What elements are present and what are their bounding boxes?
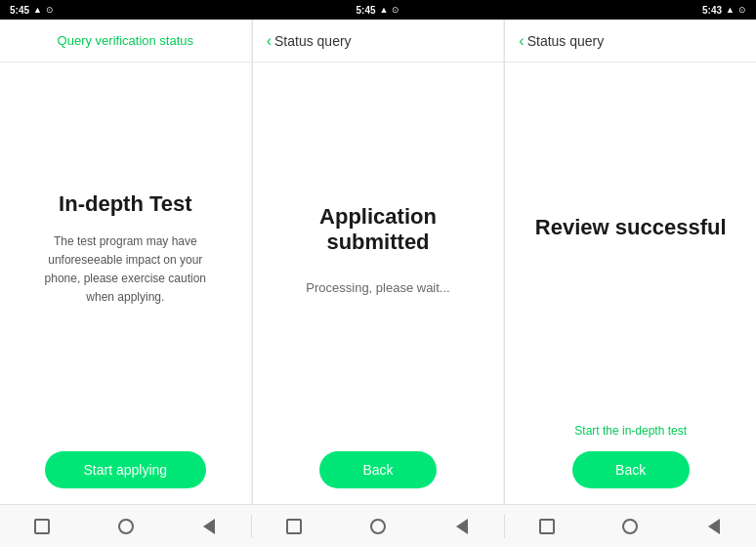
signal-icon-right: ▲ (726, 5, 735, 15)
panel-2-header-title: Status query (274, 33, 352, 49)
status-bar-left: 5:45 ▲ ⊙ (10, 2, 54, 18)
wifi-icon-center: ⊙ (392, 5, 399, 15)
panel-1-description: The test program may have unforeseeable … (37, 232, 213, 308)
chevron-left-icon-2: ‹ (267, 33, 272, 49)
status-bar: 5:45 ▲ ⊙ 5:45 ▲ ⊙ 5:43 ▲ ⊙ (0, 0, 756, 20)
panel-2-body: Application submitted Processing, please… (253, 63, 504, 436)
chevron-left-icon-3: ‹ (519, 33, 524, 49)
wifi-icon-left: ⊙ (46, 5, 54, 15)
start-indepth-test-link[interactable]: Start the in-depth test (574, 424, 687, 438)
signal-icon-left: ▲ (33, 5, 42, 15)
panel-review-successful: ‹ Status query Review successful Start t… (504, 20, 756, 504)
panel-2-subtitle: Processing, please wait... (306, 280, 449, 295)
panel-2-footer: Back (253, 436, 504, 504)
panel-1-header: Query verification status (0, 20, 251, 63)
panel-1-title: In-depth Test (59, 191, 191, 217)
panel-3-footer: Start the in-depth test Back (505, 408, 756, 504)
square-shape-2 (286, 519, 302, 534)
time-right: 5:43 (702, 5, 722, 16)
bottom-nav-section-1 (0, 517, 251, 536)
query-verification-link[interactable]: Query verification status (58, 33, 193, 48)
back-button-3[interactable]: Back (572, 451, 690, 488)
panel-application-submitted: ‹ Status query Application submitted Pro… (252, 20, 504, 504)
square-shape-3 (539, 519, 555, 534)
panel-2-header: ‹ Status query (253, 20, 504, 63)
panels-container: Query verification status In-depth Test … (0, 20, 756, 504)
panel-2-title: Application submitted (269, 204, 488, 255)
status-bar-center: 5:45 ▲ ⊙ (357, 2, 400, 18)
signal-icon-center: ▲ (380, 5, 389, 15)
square-icon-2[interactable] (284, 517, 304, 536)
panel-3-title: Review successful (535, 215, 727, 240)
panel-3-header: ‹ Status query (505, 20, 756, 63)
status-query-back-btn-2[interactable]: ‹ Status query (267, 33, 352, 49)
panel-3-header-title: Status query (527, 33, 605, 49)
circle-icon-3[interactable] (620, 517, 640, 536)
bottom-nav-bar (0, 504, 756, 547)
time-center: 5:45 (357, 5, 376, 16)
main-area: Query verification status In-depth Test … (0, 20, 756, 547)
back-icon-1[interactable] (199, 517, 219, 536)
triangle-shape-3 (708, 519, 720, 534)
wifi-icon-right: ⊙ (738, 5, 746, 15)
panel-1-footer: Start applying (0, 436, 251, 504)
square-shape-1 (34, 519, 50, 534)
bottom-nav-section-3 (505, 517, 756, 536)
back-button-2[interactable]: Back (319, 451, 437, 488)
status-query-back-btn-3[interactable]: ‹ Status query (519, 33, 604, 49)
status-bar-right: 5:43 ▲ ⊙ (702, 2, 746, 18)
bottom-nav-section-2 (252, 517, 503, 536)
back-icon-2[interactable] (452, 517, 472, 536)
start-applying-button[interactable]: Start applying (45, 451, 207, 488)
back-icon-3[interactable] (704, 517, 724, 536)
panel-indepth-test: Query verification status In-depth Test … (0, 20, 251, 504)
square-icon-1[interactable] (32, 517, 52, 536)
circle-shape-3 (622, 519, 638, 534)
triangle-shape-2 (456, 519, 468, 534)
circle-shape-2 (370, 519, 386, 534)
panel-1-body: In-depth Test The test program may have … (0, 63, 251, 436)
panel-3-body: Review successful (505, 63, 756, 408)
square-icon-3[interactable] (537, 517, 557, 536)
circle-icon-1[interactable] (116, 517, 136, 536)
time-left: 5:45 (10, 5, 29, 16)
circle-shape-1 (118, 519, 134, 534)
triangle-shape-1 (203, 519, 215, 534)
circle-icon-2[interactable] (368, 517, 388, 536)
